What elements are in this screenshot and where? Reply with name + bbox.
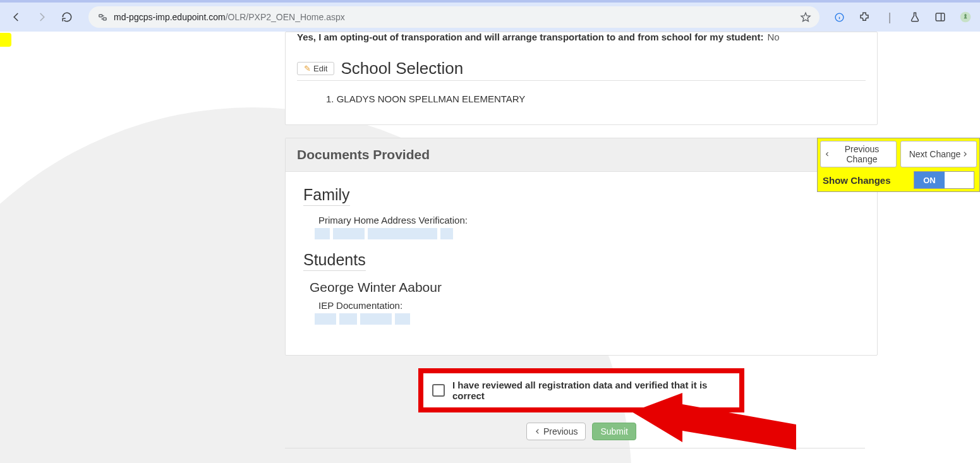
changes-widget: Previous Change Next Change Show Changes… <box>817 138 980 192</box>
extensions-icon[interactable] <box>856 9 873 25</box>
svg-rect-1 <box>103 18 106 20</box>
labs-icon[interactable] <box>907 9 923 25</box>
previous-change-button[interactable]: Previous Change <box>820 141 897 167</box>
next-change-button[interactable]: Next Change <box>900 141 977 167</box>
student-doc-label: IEP Documentation: <box>318 300 859 311</box>
family-doc-label: Primary Home Address Verification: <box>318 215 859 225</box>
submit-label: Submit <box>600 426 628 436</box>
optout-value: No <box>767 32 779 42</box>
profile-icon[interactable] <box>957 9 974 25</box>
school-selection-header: ✎ Edit School Selection <box>297 59 866 81</box>
students-heading: Students <box>303 251 366 271</box>
yellow-marker <box>0 33 11 47</box>
address-bar[interactable]: md-pgcps-imp.edupoint.com/OLR/PXP2_OEN_H… <box>88 6 820 28</box>
browser-toolbar: md-pgcps-imp.edupoint.com/OLR/PXP2_OEN_H… <box>0 0 980 32</box>
family-doc-redacted <box>315 228 859 239</box>
show-changes-label: Show Changes <box>823 175 891 186</box>
chevron-right-icon <box>962 150 968 158</box>
bookmark-icon[interactable] <box>799 11 812 23</box>
pencil-icon: ✎ <box>304 64 311 73</box>
documents-panel: Documents Provided Family Primary Home A… <box>285 138 878 356</box>
optout-label: Yes, I am opting-out of transporation an… <box>297 32 763 42</box>
forward-button[interactable] <box>32 7 52 27</box>
school-list-item: 1. GLADYS NOON SPELLMAN ELEMENTARY <box>326 93 866 104</box>
toggle-on-label: ON <box>914 172 945 188</box>
review-checkbox[interactable] <box>432 384 445 397</box>
edit-label: Edit <box>313 64 327 73</box>
separator: | <box>881 9 898 25</box>
chevron-left-icon <box>535 428 541 435</box>
svg-marker-5 <box>632 393 796 450</box>
reload-button[interactable] <box>57 7 77 27</box>
submit-button[interactable]: Submit <box>592 423 636 440</box>
transportation-optout: Yes, I am opting-out of transporation an… <box>297 31 866 42</box>
documents-header: Documents Provided <box>286 138 877 172</box>
svg-rect-3 <box>936 13 945 21</box>
next-change-label: Next Change <box>909 149 961 159</box>
prev-change-label: Previous Change <box>832 144 892 164</box>
student-doc-redacted <box>315 313 859 325</box>
school-info-panel: Yes, I am opting-out of transporation an… <box>285 32 878 125</box>
student-name: George Winter Aabour <box>310 280 859 295</box>
back-button[interactable] <box>6 7 27 27</box>
previous-button[interactable]: Previous <box>526 423 586 440</box>
chevron-left-icon <box>825 150 830 158</box>
url-text: md-pgcps-imp.edupoint.com/OLR/PXP2_OEN_H… <box>114 12 794 22</box>
panel-icon[interactable] <box>932 9 948 25</box>
chrome-actions: | <box>831 9 974 25</box>
edit-school-button[interactable]: ✎ Edit <box>297 62 334 75</box>
info-icon[interactable] <box>831 9 847 25</box>
documents-title: Documents Provided <box>297 147 866 162</box>
annotation-arrow <box>632 393 802 462</box>
svg-rect-0 <box>99 15 102 17</box>
family-heading: Family <box>303 186 350 206</box>
previous-label: Previous <box>543 426 578 436</box>
school-selection-title: School Selection <box>341 59 463 78</box>
site-info-icon[interactable] <box>96 11 109 23</box>
show-changes-toggle[interactable]: ON <box>914 171 974 189</box>
